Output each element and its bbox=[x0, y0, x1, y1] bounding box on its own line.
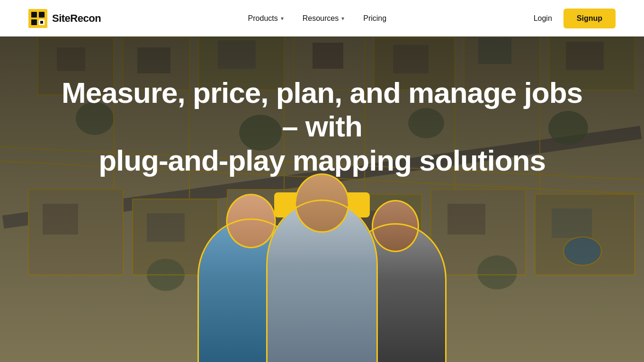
nav-item-pricing[interactable]: Pricing bbox=[363, 14, 386, 23]
nav-products-label: Products bbox=[248, 14, 278, 23]
hero-headline-line1: Measure, price, plan, and manage jobs – … bbox=[62, 76, 582, 143]
person-right-head bbox=[372, 200, 419, 252]
nav-pricing-label: Pricing bbox=[363, 14, 386, 23]
nav-item-resources[interactable]: Resources ▾ bbox=[303, 14, 344, 23]
nav-links: Products ▾ Resources ▾ Pricing bbox=[248, 14, 387, 23]
chevron-down-icon: ▾ bbox=[281, 15, 284, 22]
signup-button[interactable]: Signup bbox=[564, 9, 616, 28]
person-left-head bbox=[226, 194, 276, 248]
svg-rect-3 bbox=[31, 19, 37, 25]
login-button[interactable]: Login bbox=[534, 14, 552, 23]
chevron-down-icon: ▾ bbox=[341, 15, 344, 22]
svg-rect-5 bbox=[40, 21, 43, 24]
person-center-head bbox=[295, 173, 349, 233]
nav-resources-label: Resources bbox=[303, 14, 339, 23]
hero-headline-line2: plug-and-play mapping solutions bbox=[98, 144, 546, 177]
nav-products-link[interactable]: Products ▾ bbox=[248, 14, 284, 23]
navbar: SiteRecon Products ▾ Resources ▾ Pricing… bbox=[0, 0, 644, 36]
logo-link[interactable]: SiteRecon bbox=[28, 9, 101, 28]
hero-headline: Measure, price, plan, and manage jobs – … bbox=[62, 76, 582, 177]
nav-resources-link[interactable]: Resources ▾ bbox=[303, 14, 344, 23]
logo-icon bbox=[28, 9, 47, 28]
svg-rect-0 bbox=[28, 9, 47, 28]
nav-pricing-link[interactable]: Pricing bbox=[363, 14, 386, 23]
hero-section: Measure, price, plan, and manage jobs – … bbox=[0, 0, 644, 362]
logo-text: SiteRecon bbox=[52, 12, 101, 25]
person-center bbox=[268, 201, 376, 362]
nav-item-products[interactable]: Products ▾ bbox=[248, 14, 284, 23]
nav-actions: Login Signup bbox=[534, 9, 616, 28]
svg-rect-2 bbox=[39, 12, 45, 18]
hero-people bbox=[180, 182, 464, 362]
svg-rect-1 bbox=[31, 12, 37, 18]
